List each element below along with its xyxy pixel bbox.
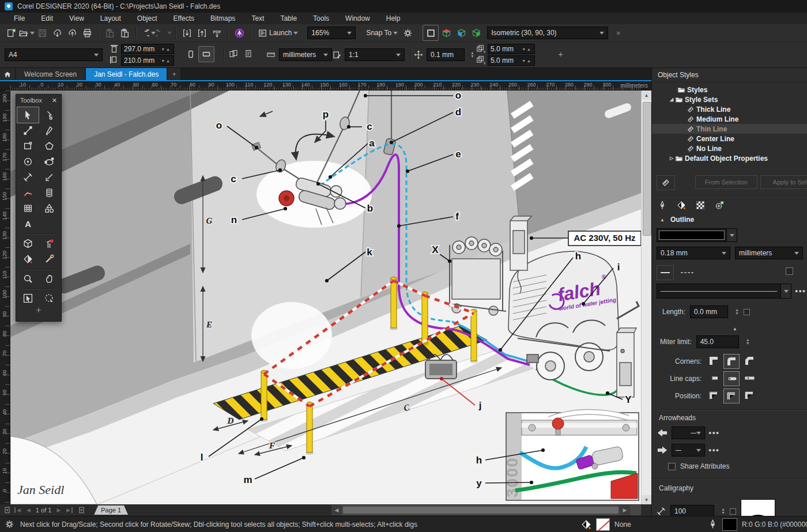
horizontal-scroll-thumb[interactable]: [343, 507, 619, 514]
corner-bevel-button[interactable]: [742, 354, 757, 368]
position-outside-button[interactable]: [706, 388, 721, 402]
menu-text[interactable]: Text: [243, 14, 272, 22]
corner-miter-button[interactable]: [706, 354, 721, 368]
outline-collapse-icon[interactable]: ▲: [660, 217, 665, 222]
style-tree-item-default-object-properties[interactable]: ▷Default Object Properties: [652, 153, 807, 163]
canvas-horizontal-scrollbar[interactable]: ◀ ▶: [331, 505, 641, 515]
rectangle-tool[interactable]: [17, 138, 39, 154]
position-inside-button[interactable]: [742, 388, 757, 402]
menu-file[interactable]: File: [6, 14, 33, 22]
calligraphy-checkbox[interactable]: [730, 508, 736, 515]
outline-properties-icon[interactable]: [657, 199, 668, 211]
landscape-button[interactable]: [198, 46, 214, 62]
outline-width-combo[interactable]: 0.18 mm: [657, 247, 730, 259]
current-page-button[interactable]: [241, 46, 256, 61]
projected-cube-tool[interactable]: [17, 236, 39, 251]
panel-scroll-up-icon[interactable]: ▲: [733, 326, 737, 331]
scroll-up-icon[interactable]: ▲: [642, 90, 651, 100]
paste-button[interactable]: [117, 25, 132, 40]
duplicate-x-field[interactable]: 5.0 mm▼▲: [488, 44, 535, 54]
outline-color-status-swatch[interactable]: [722, 518, 737, 531]
menu-bitmaps[interactable]: Bitmaps: [202, 14, 243, 22]
eyedropper-tool[interactable]: [39, 251, 60, 267]
ellipse-tool[interactable]: [17, 154, 39, 169]
three-point-ellipse-tool[interactable]: [39, 154, 60, 169]
redo-button[interactable]: [156, 25, 172, 40]
text-tool[interactable]: [17, 216, 39, 232]
line-style-more-button[interactable]: ●●●: [795, 288, 806, 294]
transparency-properties-icon[interactable]: [695, 199, 706, 211]
share-attributes-checkbox[interactable]: [668, 463, 676, 470]
dimension-tool[interactable]: [17, 169, 39, 185]
smart-fill-tool[interactable]: [17, 251, 39, 267]
nudge-field[interactable]: 0.1 mm: [427, 48, 465, 61]
line-style-combo[interactable]: [657, 284, 781, 299]
pick-tool[interactable]: [17, 107, 39, 123]
scroll-right-icon[interactable]: ▶: [620, 505, 630, 515]
menu-edit[interactable]: Edit: [33, 14, 61, 22]
arrow-line-tool[interactable]: [39, 169, 60, 185]
add-property-icon[interactable]: [714, 199, 725, 211]
isometric-top-button[interactable]: [439, 25, 454, 40]
launch-button[interactable]: Launch: [254, 25, 301, 40]
all-pages-button[interactable]: [226, 46, 241, 61]
propbar-add-button[interactable]: +: [558, 49, 563, 59]
new-document-button[interactable]: [3, 25, 18, 40]
style-tree-item-medium-line[interactable]: Medium Line: [652, 114, 807, 124]
menu-layout[interactable]: Layout: [92, 14, 129, 22]
freehand-pick-tool[interactable]: [39, 290, 60, 306]
miter-limit-field[interactable]: 45.0: [696, 335, 739, 348]
previous-page-button[interactable]: ◀: [27, 507, 31, 513]
table-tool[interactable]: [17, 201, 39, 216]
menu-view[interactable]: View: [61, 14, 92, 22]
new-tab-button[interactable]: +: [168, 68, 180, 80]
snap-to-dropdown[interactable]: Snap To: [364, 25, 400, 40]
toolbar-overflow-chevron[interactable]: »: [616, 29, 620, 37]
basic-shapes-tool[interactable]: [39, 201, 60, 216]
options-gear-button[interactable]: [400, 25, 415, 40]
zoom-level-combo[interactable]: 165%: [307, 27, 356, 39]
two-point-line-tool[interactable]: [17, 123, 39, 138]
style-tree-item-no-line[interactable]: No Line: [652, 144, 807, 153]
cloud-download-button[interactable]: [50, 25, 65, 40]
cloud-upload-button[interactable]: [65, 25, 80, 40]
spiral-tool[interactable]: [39, 185, 60, 201]
line-style-checkbox[interactable]: [786, 267, 793, 275]
vertical-ruler[interactable]: 2001901801701601501401301201101009080706…: [0, 90, 10, 504]
horizontal-ruler[interactable]: 1001020304050607080901001101201301401501…: [0, 81, 651, 90]
drawing-scale-combo[interactable]: 1:1: [345, 48, 405, 61]
menu-window[interactable]: Window: [337, 14, 378, 22]
style-tree-item-center-line[interactable]: Center Line: [652, 134, 807, 144]
corner-round-button[interactable]: [723, 354, 740, 369]
toolbox-palette[interactable]: Toolbox ✕: [16, 94, 62, 322]
page-height-field[interactable]: 210.0 mm▼▲: [121, 55, 174, 66]
vertical-scroll-thumb[interactable]: [643, 102, 651, 236]
pan-tool[interactable]: [39, 271, 60, 286]
style-tree-item-style-sets[interactable]: ◢Style Sets: [652, 95, 807, 104]
fill-properties-icon[interactable]: [676, 199, 687, 211]
cap-flush-button[interactable]: [706, 371, 721, 385]
style-tree-item-thick-line[interactable]: Thick Line: [652, 104, 807, 114]
start-arrowhead-combo[interactable]: [672, 427, 705, 439]
isometric-left-button[interactable]: [454, 25, 469, 40]
fill-color-swatch[interactable]: [596, 518, 610, 531]
print-button[interactable]: [80, 25, 95, 40]
export-button[interactable]: [194, 25, 209, 40]
drawing-boundary-button[interactable]: [423, 25, 439, 41]
add-tools-button[interactable]: [17, 306, 60, 318]
new-style-set-button[interactable]: [657, 175, 675, 190]
projection-combo[interactable]: Isometric (30, 90, 30): [487, 27, 608, 39]
open-button[interactable]: [18, 25, 35, 40]
page-1-tab[interactable]: Page 1: [94, 505, 128, 515]
undo-button[interactable]: [139, 25, 156, 40]
line-style-button[interactable]: [657, 265, 674, 280]
tree-expander-icon[interactable]: ◢: [668, 97, 675, 102]
stretch-field[interactable]: 100: [670, 505, 714, 516]
cap-round-button[interactable]: [723, 371, 740, 386]
position-centered-button[interactable]: [723, 388, 740, 403]
zoom-tool[interactable]: [17, 271, 39, 286]
style-tree-item-styles[interactable]: Styles: [652, 85, 807, 95]
end-arrowhead-more-button[interactable]: ●●●: [708, 447, 719, 453]
toolbox-close-icon[interactable]: ✕: [52, 97, 57, 104]
connector-tool[interactable]: [17, 185, 39, 201]
